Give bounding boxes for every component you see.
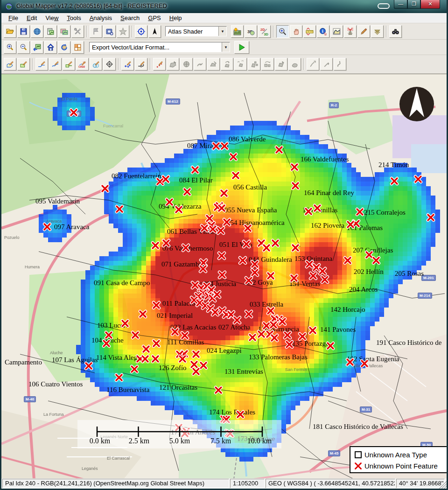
point-feature-marker[interactable]	[248, 333, 257, 342]
zoom-out-button[interactable]	[17, 41, 30, 54]
point-feature-marker[interactable]	[102, 339, 111, 348]
open-file-button[interactable]	[4, 25, 16, 38]
feature-info-button[interactable]: i	[317, 25, 329, 38]
web-map-button[interactable]	[31, 25, 43, 38]
configure-button[interactable]	[71, 25, 84, 38]
aero-pill-button[interactable]	[378, 3, 390, 9]
range-rings-button[interactable]	[153, 58, 166, 70]
point-feature-marker[interactable]	[219, 189, 229, 198]
point-feature-marker[interactable]	[214, 385, 223, 395]
point-feature-marker[interactable]	[283, 330, 292, 340]
path-profile-button[interactable]	[330, 25, 343, 38]
point-feature-marker[interactable]	[304, 207, 313, 216]
point-feature-marker[interactable]	[104, 330, 113, 340]
point-feature-marker[interactable]	[231, 171, 240, 180]
create-area-button[interactable]	[4, 58, 16, 70]
point-feature-marker[interactable]	[217, 251, 226, 260]
create-circle-button[interactable]	[90, 58, 102, 70]
point-feature-marker[interactable]	[290, 162, 299, 172]
export-combo[interactable]: Export Vector/Lidar Format... ▼	[89, 42, 230, 52]
menu-analysis[interactable]: Analysis	[85, 14, 116, 22]
point-feature-marker[interactable]	[343, 256, 352, 265]
point-feature-marker[interactable]	[266, 271, 275, 280]
point-feature-marker[interactable]	[100, 184, 110, 193]
point-feature-marker[interactable]	[291, 181, 300, 190]
point-feature-marker[interactable]	[346, 220, 355, 229]
zoom-tool-button[interactable]	[276, 25, 289, 38]
export-combo-dropdown-icon[interactable]: ▼	[222, 42, 230, 52]
point-feature-marker[interactable]	[140, 354, 150, 364]
point-feature-marker[interactable]	[222, 217, 231, 227]
point-feature-marker[interactable]	[69, 108, 78, 117]
point-feature-marker[interactable]	[243, 224, 252, 233]
shader-options-button[interactable]	[231, 25, 244, 38]
point-feature-marker[interactable]	[151, 354, 160, 364]
menu-tools[interactable]: Tools	[63, 14, 85, 22]
point-feature-marker[interactable]	[270, 333, 279, 343]
point-feature-marker[interactable]	[371, 256, 381, 265]
view-shed-button[interactable]	[344, 25, 357, 38]
point-feature-marker[interactable]	[285, 340, 294, 349]
point-feature-marker[interactable]	[212, 290, 222, 299]
point-feature-marker[interactable]	[131, 330, 140, 340]
point-feature-marker[interactable]	[262, 243, 271, 252]
measure-tool-button[interactable]	[303, 25, 316, 38]
point-feature-marker[interactable]	[161, 175, 170, 184]
point-feature-marker[interactable]	[170, 327, 180, 336]
zoom-in-button[interactable]	[4, 41, 16, 54]
point-feature-marker[interactable]	[114, 373, 124, 382]
point-feature-marker[interactable]	[174, 205, 183, 214]
point-feature-marker[interactable]	[257, 329, 266, 339]
point-feature-marker[interactable]	[198, 264, 208, 273]
search-binoculars-button[interactable]	[389, 25, 402, 38]
point-feature-marker[interactable]	[217, 203, 226, 213]
close-button[interactable]: ✕	[420, 0, 440, 9]
point-feature-marker[interactable]	[229, 152, 238, 161]
point-feature-marker[interactable]	[151, 241, 160, 250]
north-arrow-button[interactable]	[148, 25, 161, 38]
more-tools-dropdown-button[interactable]	[371, 25, 384, 38]
path-2d3d-button[interactable]: 2D3D	[258, 25, 271, 38]
point-feature-marker[interactable]	[138, 309, 147, 319]
create-rect-line-button[interactable]	[63, 58, 75, 70]
point-feature-marker[interactable]	[191, 350, 201, 359]
point-feature-marker[interactable]	[244, 309, 253, 319]
create-grid-button[interactable]	[103, 58, 116, 70]
tile-windows-button[interactable]	[71, 41, 84, 54]
point-feature-marker[interactable]	[308, 326, 317, 335]
point-feature-marker[interactable]	[84, 361, 93, 371]
zoom-full-button[interactable]	[31, 41, 43, 54]
map-catalog-button[interactable]	[58, 25, 70, 38]
create-point-button[interactable]	[121, 58, 134, 70]
point-feature-marker[interactable]	[242, 239, 251, 249]
point-feature-marker[interactable]	[42, 222, 52, 231]
point-feature-marker[interactable]	[141, 344, 151, 354]
menu-search[interactable]: Search	[116, 14, 144, 22]
point-feature-marker[interactable]	[180, 331, 189, 340]
map-view[interactable]: El PardoAravacaPozueloHumeraFuencarralSa…	[1, 74, 447, 480]
menu-file[interactable]: File	[4, 14, 22, 22]
point-feature-marker[interactable]	[236, 410, 245, 419]
point-feature-marker[interactable]	[413, 175, 423, 184]
point-feature-marker[interactable]	[120, 319, 130, 328]
layer-view-button[interactable]	[44, 25, 57, 38]
point-feature-marker[interactable]	[152, 301, 161, 310]
zoom-home-button[interactable]	[44, 41, 57, 54]
point-feature-marker[interactable]	[178, 354, 187, 364]
create-cogo-button[interactable]: COGO36	[76, 58, 89, 70]
shader-combo[interactable]: Atlas Shader ▼	[165, 26, 227, 36]
edit-vertex-button[interactable]	[135, 58, 147, 70]
point-feature-marker[interactable]	[250, 259, 259, 269]
point-feature-marker[interactable]	[313, 203, 322, 213]
point-feature-marker[interactable]	[360, 359, 369, 368]
view-3d-button[interactable]: 3D	[245, 25, 257, 38]
point-feature-marker[interactable]	[426, 213, 435, 222]
point-feature-marker[interactable]	[318, 266, 327, 276]
point-feature-marker[interactable]	[217, 270, 227, 280]
resize-grip[interactable]	[439, 481, 447, 489]
point-feature-marker[interactable]	[232, 315, 242, 325]
point-feature-marker[interactable]	[211, 141, 221, 151]
title-bar[interactable]: Global Mapper v17.2 (b080516) [64-bit] -…	[1, 0, 447, 13]
point-feature-marker[interactable]	[190, 165, 200, 175]
export-run-button[interactable]	[234, 41, 249, 54]
